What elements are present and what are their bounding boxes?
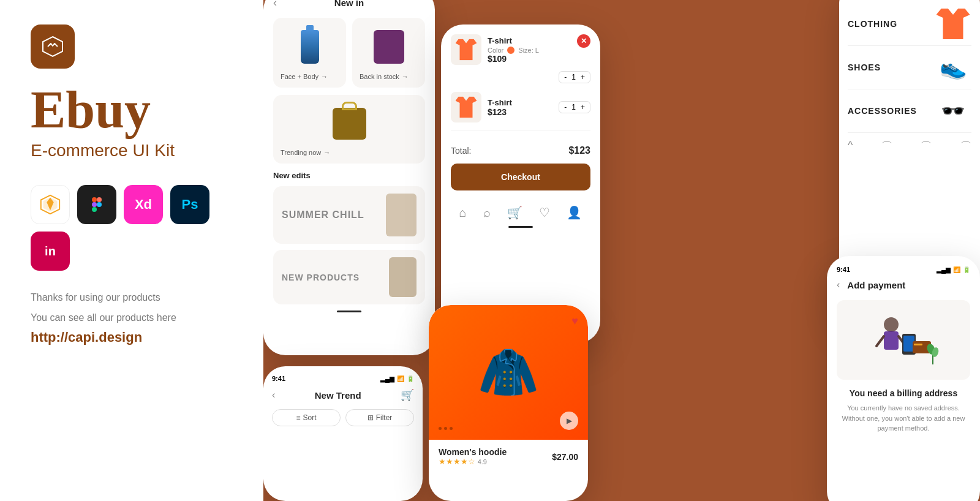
filter-button[interactable]: ⊞ Filter [345,409,414,426]
nav-dot: ⌒ [881,139,892,154]
hoodie-emoji: 🧥 [478,344,539,401]
phone-new-trend: 9:41 ▂▄▆ 📶 🔋 ‹ New Trend 🛒 ≡ Sort ⊞ [263,366,423,501]
cart-nav-icon[interactable]: 🛒 [507,205,522,220]
extra-icon: ⌒ [960,139,971,154]
cart-item1-sub: Color Size: L [488,47,539,54]
thanks-line2: You can see all our products here [31,309,233,326]
right-area: ‹ New in Face + Body → [263,0,980,501]
qty-plus[interactable]: + [581,73,585,81]
cart-tshirt-img [451,34,481,65]
wifi-6: 📶 [953,266,960,273]
summer-chill-banner[interactable]: SUMMER CHILL [273,186,425,244]
remove-item-button[interactable]: ✕ [577,34,590,48]
cart-icon-4[interactable]: 🛒 [401,388,414,402]
signal-bar: ▂▄▆ [380,375,394,382]
xd-icon: Xd [124,185,163,224]
clothing-icon [937,9,970,39]
back-arrow-icon[interactable]: ‹ [273,0,277,9]
person-figure [386,194,417,236]
new-products-banner[interactable]: NEW PRODUCTS [273,250,425,304]
category-clothing[interactable]: CLOTHING [848,2,971,46]
signal-6: ▂▄▆ [937,266,951,273]
svg-rect-5 [92,202,97,207]
tshirt-icon [456,39,477,61]
search-nav-icon[interactable]: ⌕ [483,206,491,220]
billing-desc: You currently have no saved address. Wit… [837,403,970,434]
cart-first-row: T-shirt Color Size: L $109 ✕ [451,34,590,65]
back-in-stock-card[interactable]: Back in stock → [352,18,425,88]
qty-plus2[interactable]: + [581,103,585,111]
total-amount: $123 [568,145,590,156]
wishlist-nav-icon[interactable]: ♡ [539,205,550,220]
sneaker-icon: 👟 [940,55,967,80]
face-body-label: Face + Body → [281,73,328,80]
cart-item2-price: $123 [488,107,552,117]
invision-icon: in [31,232,70,271]
cart-item1-details: T-shirt Color Size: L $109 [488,36,539,64]
sort-button[interactable]: ≡ Sort [272,409,341,426]
face-body-card[interactable]: Face + Body → [273,18,346,88]
hoodie-price: $27.00 [552,452,578,462]
qty-value: 1 [571,73,576,81]
accessories-label: ACCESSORIES [848,106,917,116]
back-in-stock-label: Back in stock → [360,73,409,80]
next-icon[interactable]: ⌒ [921,139,932,154]
filter-icon: ⊞ [368,413,374,422]
logo-box [31,24,75,69]
back-in-stock-img [360,25,418,68]
trending-label: Trending now → [281,149,330,156]
billing-heading: You need a billing address [837,388,970,398]
cart-item2-name: T-shirt [488,98,552,107]
back-arrow-6[interactable]: ‹ [837,279,840,290]
cart-tshirt2-img [451,92,481,122]
tshirt2-icon [456,97,477,118]
total-label: Total: [451,146,471,156]
star-rating: ★★★★☆ 4.9 [439,457,507,466]
pagination-dots: ^ ⌒ ⌒ ⌒ [848,133,971,160]
qty-control[interactable]: - 1 + [559,71,590,83]
cart-item2: T-shirt $123 - 1 + [451,92,590,130]
person-figure-2 [389,257,417,297]
capi-link[interactable]: http://capi.design [31,330,233,345]
shoes-img: 👟 [935,52,971,83]
cart-item1-name: T-shirt [488,36,539,45]
battery-icon: 🔋 [407,375,414,382]
category-accessories[interactable]: ACCESSORIES 🕶️ [848,89,971,133]
svg-point-7 [97,202,102,207]
trending-now-card[interactable]: Trending now → [273,95,425,164]
clothing-img [935,9,971,39]
svg-rect-3 [92,197,97,202]
play-button[interactable]: ▶ [560,412,578,430]
left-panel: Ebuy E-commerce UI Kit Xd Ps in Thanks f… [0,0,263,501]
hoodie-info-row: Women's hoodie ★★★★☆ 4.9 $27.00 [439,447,578,466]
accessories-img: 🕶️ [935,96,971,126]
nav-indicator-2 [508,226,533,228]
home-nav-icon[interactable]: ⌂ [459,206,467,220]
brand-name: Ebuy [31,83,233,136]
clothing-label: CLOTHING [848,19,897,29]
wishlist-heart-icon[interactable]: ♥ [571,315,578,328]
back-arrow-4[interactable]: ‹ [272,390,275,401]
trending-img [281,102,418,145]
qty-control2[interactable]: - 1 + [559,101,590,113]
profile-nav-icon[interactable]: 👤 [567,205,582,220]
prev-icon[interactable]: ^ [848,139,853,154]
svg-rect-15 [914,344,922,345]
phone1-title: New in [334,0,364,8]
checkout-button[interactable]: Checkout [451,164,590,190]
phone1-header: ‹ New in [273,0,425,8]
phone-hoodie: 🧥 ♥ ▶ Women's hoodie ★★★★☆ 4.9 $27.00 [429,305,588,501]
phone-cart: T-shirt Color Size: L $109 ✕ - 1 + [441,24,600,343]
payment-header: ‹ Add payment [837,279,970,290]
product-dots [439,427,453,430]
phone-payment: 9:41 ▂▄▆ 📶 🔋 ‹ Add payment [827,256,980,501]
qty-minus[interactable]: - [564,73,567,81]
category-shoes[interactable]: SHOES 👟 [848,46,971,89]
ps-icon: Ps [170,185,209,224]
tool-icons-row: Xd Ps in [31,185,233,271]
time-6: 9:41 [837,266,850,273]
battery-6: 🔋 [963,266,970,273]
billing-illustration [867,309,940,371]
qty-minus2[interactable]: - [564,103,567,111]
hoodie-product-img: 🧥 ♥ ▶ [429,305,588,440]
